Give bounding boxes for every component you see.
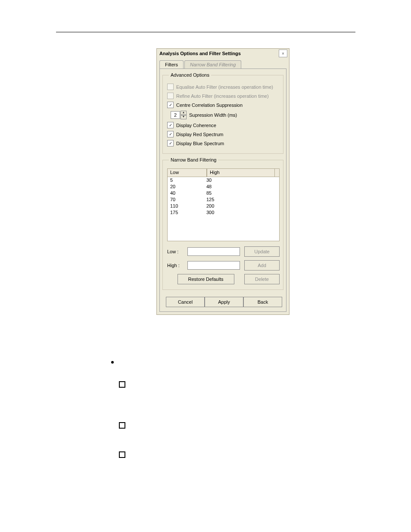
- bullet-square-icon: [119, 451, 125, 458]
- column-header-high[interactable]: High: [207, 168, 275, 177]
- display-blue-spectrum-checkbox[interactable]: ✓: [167, 140, 174, 146]
- column-header-blank: [275, 168, 280, 177]
- close-icon[interactable]: ×: [279, 50, 287, 57]
- bullet-disc-icon: [111, 361, 114, 364]
- display-coherence-checkbox[interactable]: ✓: [167, 122, 174, 128]
- table-row: 70125: [168, 196, 279, 203]
- display-coherence-label: Display Coherence: [176, 122, 216, 128]
- update-button[interactable]: Update: [244, 246, 280, 257]
- cancel-button[interactable]: Cancel: [166, 297, 205, 307]
- table-row: 175300: [168, 209, 279, 216]
- dialog-footer: Cancel Apply Back: [160, 293, 286, 311]
- narrow-band-table: Low High 530 2048 4085 70125 110200 1753…: [167, 168, 280, 241]
- suppression-width-label: Supression Width (ms): [189, 112, 237, 118]
- advanced-options-group: Advanced Options Equalise Auto Filter (i…: [162, 72, 283, 154]
- analysis-options-dialog: Analysis Options and Filter Settings × F…: [156, 48, 290, 315]
- back-button[interactable]: Back: [243, 297, 282, 307]
- centre-correlation-suppression-label: Centre Correlation Suppression: [176, 102, 243, 108]
- add-button[interactable]: Add: [244, 260, 280, 271]
- advanced-options-legend: Advanced Options: [169, 72, 211, 78]
- refine-auto-filter-checkbox[interactable]: [167, 93, 174, 99]
- tab-filters[interactable]: Filters: [159, 60, 184, 68]
- suppression-width-stepper[interactable]: ▲ ▼: [171, 111, 187, 119]
- low-input[interactable]: [187, 247, 240, 256]
- display-blue-spectrum-label: Display Blue Spectrum: [176, 140, 224, 146]
- delete-button[interactable]: Delete: [244, 274, 280, 284]
- bullet-square-icon: [119, 381, 125, 388]
- bullet-square-icon: [119, 422, 125, 429]
- low-input-label: Low :: [167, 249, 186, 254]
- high-input-label: High :: [167, 263, 186, 268]
- display-red-spectrum-label: Display Red Spectrum: [176, 131, 223, 137]
- tab-panel: Advanced Options Equalise Auto Filter (i…: [159, 68, 286, 312]
- narrow-band-table-body[interactable]: 530 2048 4085 70125 110200 175300: [167, 177, 280, 241]
- apply-button[interactable]: Apply: [205, 297, 243, 307]
- display-red-spectrum-checkbox[interactable]: ✓: [167, 131, 174, 137]
- tab-narrow-band-filtering[interactable]: Narrow Band Filtering: [184, 60, 241, 68]
- page-divider: [56, 32, 355, 32]
- table-row: 530: [168, 177, 279, 184]
- dialog-titlebar: Analysis Options and Filter Settings ×: [157, 49, 289, 59]
- stepper-down-icon[interactable]: ▼: [181, 115, 187, 119]
- tab-strip: Filters Narrow Band Filtering: [159, 60, 286, 68]
- suppression-width-input[interactable]: [171, 111, 180, 119]
- centre-correlation-suppression-checkbox[interactable]: ✓: [167, 102, 174, 108]
- dialog-title: Analysis Options and Filter Settings: [159, 51, 241, 56]
- table-row: 110200: [168, 203, 279, 209]
- table-row: 2048: [168, 184, 279, 190]
- table-row: 4085: [168, 190, 279, 196]
- refine-auto-filter-label: Refine Auto Filter (increases operation …: [176, 93, 269, 99]
- stepper-up-icon[interactable]: ▲: [181, 111, 187, 115]
- high-input[interactable]: [187, 261, 240, 270]
- column-header-low[interactable]: Low: [167, 168, 207, 177]
- equalise-auto-filter-checkbox[interactable]: [167, 84, 174, 90]
- equalise-auto-filter-label: Equalise Auto Filter (increases operatio…: [176, 84, 273, 90]
- narrow-band-filtering-legend: Narrow Band Filtering: [169, 157, 218, 162]
- narrow-band-filtering-group: Narrow Band Filtering Low High 530 2048 …: [162, 157, 283, 290]
- restore-defaults-button[interactable]: Restore Defaults: [177, 274, 234, 284]
